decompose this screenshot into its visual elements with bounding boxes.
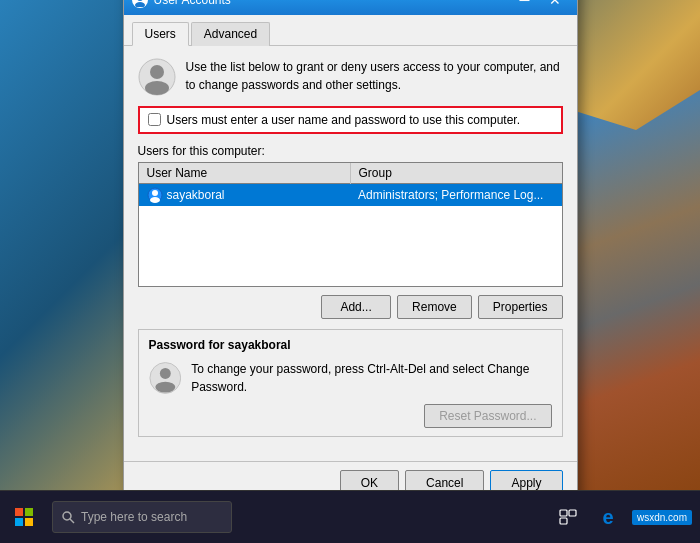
user-icon-large [138, 58, 176, 96]
user-name-cell: sayakboral [139, 183, 351, 206]
svg-point-3 [150, 65, 164, 79]
svg-rect-13 [15, 518, 23, 526]
remove-button[interactable]: Remove [397, 295, 472, 319]
password-btn-row: Reset Password... [149, 404, 552, 428]
svg-rect-17 [560, 510, 567, 516]
dialog-titlebar: User Accounts ─ ✕ [124, 0, 577, 15]
svg-point-7 [150, 197, 160, 203]
empty-table-area [139, 206, 562, 286]
svg-point-0 [137, 0, 143, 1]
svg-point-9 [159, 368, 170, 379]
user-group-cell: Administrators; Performance Log... [350, 183, 562, 206]
svg-point-1 [135, 2, 145, 7]
user-row-icon [147, 187, 163, 203]
svg-rect-12 [25, 508, 33, 516]
user-action-buttons: Add... Remove Properties [138, 295, 563, 319]
svg-line-16 [70, 519, 74, 523]
password-user-icon [149, 360, 182, 396]
dialog-overlay: User Accounts ─ ✕ Users Advanced Use the… [0, 0, 700, 490]
svg-rect-11 [15, 508, 23, 516]
start-button[interactable] [0, 491, 48, 544]
info-section: Use the list below to grant or deny user… [138, 58, 563, 96]
svg-point-6 [152, 190, 158, 196]
tab-users[interactable]: Users [132, 22, 189, 46]
dialog-titlebar-icon [132, 0, 148, 8]
table-row[interactable]: sayakboral Administrators; Performance L… [139, 183, 562, 206]
taskview-svg [559, 509, 577, 525]
password-section: Password for sayakboral To change your p… [138, 329, 563, 437]
taskbar: Type here to search e wsxdn.com [0, 490, 700, 543]
search-placeholder: Type here to search [81, 510, 187, 524]
svg-point-15 [63, 512, 71, 520]
search-icon [61, 510, 75, 524]
add-button[interactable]: Add... [321, 295, 391, 319]
users-table-container: User Name Group [138, 162, 563, 287]
svg-point-10 [155, 381, 175, 392]
password-text: To change your password, press Ctrl-Alt-… [191, 360, 551, 396]
main-content: Use the list below to grant or deny user… [124, 46, 577, 461]
checkbox-section: Users must enter a user name and passwor… [138, 106, 563, 134]
password-info: To change your password, press Ctrl-Alt-… [149, 360, 552, 396]
dialog-title: User Accounts [154, 0, 511, 7]
wsxdn-badge: wsxdn.com [632, 510, 692, 525]
password-section-title: Password for sayakboral [149, 338, 552, 352]
dialog-controls: ─ ✕ [511, 0, 569, 11]
windows-icon [14, 507, 34, 527]
user-accounts-dialog: User Accounts ─ ✕ Users Advanced Use the… [123, 0, 578, 507]
taskview-icon[interactable] [552, 501, 584, 533]
tabs-container: Users Advanced [124, 15, 577, 46]
require-password-checkbox[interactable] [148, 113, 161, 126]
user-icon-titlebar [133, 0, 147, 7]
close-button[interactable]: ✕ [541, 0, 569, 11]
col-group: Group [350, 163, 562, 184]
info-text: Use the list below to grant or deny user… [186, 58, 563, 94]
reset-password-button[interactable]: Reset Password... [424, 404, 551, 428]
user-name: sayakboral [167, 188, 225, 202]
users-table: User Name Group [139, 163, 562, 286]
col-username: User Name [139, 163, 351, 184]
svg-rect-19 [560, 518, 567, 524]
svg-rect-14 [25, 518, 33, 526]
users-section-label: Users for this computer: [138, 144, 563, 158]
edge-icon[interactable]: e [592, 501, 624, 533]
svg-point-4 [145, 81, 169, 95]
checkbox-label: Users must enter a user name and passwor… [167, 113, 521, 127]
svg-rect-18 [569, 510, 576, 516]
minimize-button[interactable]: ─ [511, 0, 539, 11]
taskbar-right: e wsxdn.com [552, 501, 700, 533]
search-bar[interactable]: Type here to search [52, 501, 232, 533]
properties-button[interactable]: Properties [478, 295, 563, 319]
tab-advanced[interactable]: Advanced [191, 22, 270, 46]
